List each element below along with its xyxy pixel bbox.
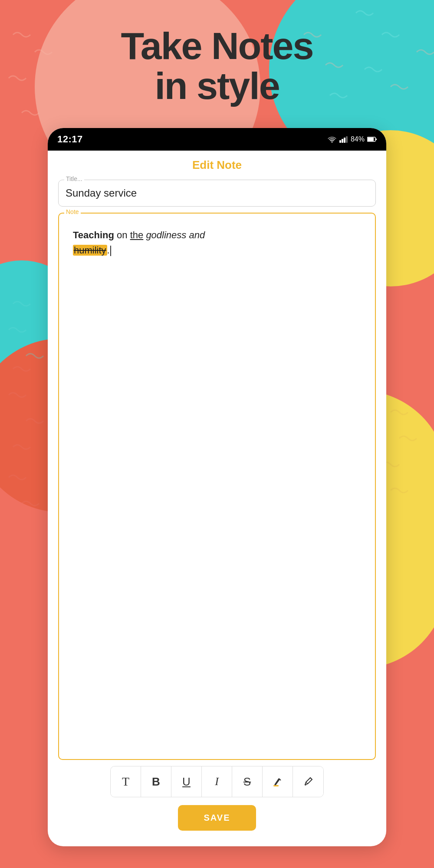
status-bar: 12:17 84%: [48, 128, 386, 151]
svg-rect-5: [368, 138, 374, 141]
format-pen-button[interactable]: [293, 766, 323, 797]
pen-icon: [302, 776, 314, 787]
note-text-content: Teaching on the godliness and humility.: [66, 220, 368, 265]
note-cursor: [110, 246, 111, 256]
battery-icon: [367, 137, 377, 142]
title-field-label: Title...: [64, 175, 84, 182]
format-underline-button[interactable]: U: [171, 766, 202, 797]
svg-rect-7: [273, 785, 279, 786]
note-word-humility: humility: [73, 245, 107, 256]
svg-rect-6: [376, 138, 377, 140]
phone-card: 12:17 84%: [48, 128, 386, 846]
svg-rect-3: [346, 136, 348, 143]
note-period: .: [107, 245, 110, 256]
hero-title: Take Notes in style: [0, 26, 434, 106]
format-text-button[interactable]: T: [111, 766, 141, 797]
format-fill-button[interactable]: [263, 766, 293, 797]
wifi-icon: [327, 136, 337, 143]
format-toolbar: T B U I S: [110, 766, 324, 797]
svg-rect-2: [344, 138, 345, 143]
title-field-wrapper: Title...: [58, 180, 376, 207]
fill-icon: [272, 776, 283, 787]
note-word-godliness: godliness and: [146, 230, 205, 240]
edit-note-heading: Edit Note: [58, 158, 376, 172]
note-content: Edit Note Title... Note Teaching on the …: [48, 151, 386, 805]
note-word-on: on: [114, 230, 130, 240]
save-area: SAVE: [48, 805, 386, 846]
note-field-label: Note: [64, 208, 81, 215]
svg-rect-1: [342, 139, 343, 143]
note-textarea[interactable]: Teaching on the godliness and humility.: [58, 213, 376, 760]
svg-rect-0: [339, 140, 341, 143]
note-word-the: the: [130, 230, 144, 240]
status-icons: 84%: [327, 135, 377, 143]
save-button[interactable]: SAVE: [178, 805, 256, 831]
format-bold-button[interactable]: B: [141, 766, 171, 797]
format-italic-button[interactable]: I: [202, 766, 232, 797]
title-input[interactable]: [58, 180, 376, 207]
battery-level: 84%: [351, 135, 365, 143]
status-time: 12:17: [57, 134, 83, 145]
format-strikethrough-button[interactable]: S: [232, 766, 263, 797]
signal-icon: [339, 136, 348, 143]
note-field-wrapper: Note Teaching on the godliness and humil…: [58, 213, 376, 760]
note-word-teaching: Teaching: [73, 230, 114, 240]
